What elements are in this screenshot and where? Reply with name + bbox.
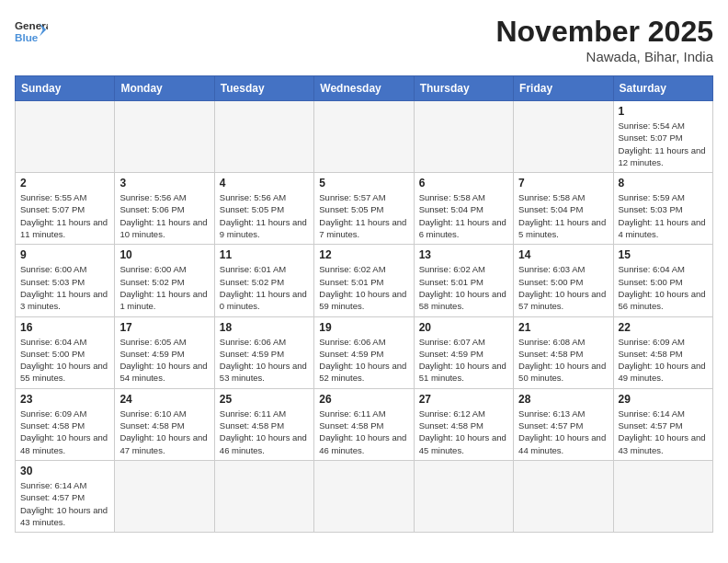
calendar-day-cell: 22Sunrise: 6:09 AM Sunset: 4:58 PM Dayli… xyxy=(613,316,712,388)
title-block: November 2025 Nawada, Bihar, India xyxy=(495,15,713,64)
calendar-day-cell: 11Sunrise: 6:01 AM Sunset: 5:02 PM Dayli… xyxy=(214,245,313,316)
logo-icon: General Blue xyxy=(15,15,48,48)
calendar-week-row: 16Sunrise: 6:04 AM Sunset: 5:00 PM Dayli… xyxy=(16,316,713,388)
day-number: 13 xyxy=(419,248,508,261)
calendar-day-cell: 14Sunrise: 6:03 AM Sunset: 5:00 PM Dayli… xyxy=(514,245,613,316)
day-info: Sunrise: 6:04 AM Sunset: 5:00 PM Dayligh… xyxy=(619,263,708,312)
calendar-day-cell xyxy=(115,460,214,532)
calendar-day-cell: 8Sunrise: 5:59 AM Sunset: 5:03 PM Daylig… xyxy=(613,173,712,245)
day-info: Sunrise: 5:57 AM Sunset: 5:05 PM Dayligh… xyxy=(319,191,408,240)
day-info: Sunrise: 6:03 AM Sunset: 5:00 PM Dayligh… xyxy=(518,263,608,312)
calendar-day-cell xyxy=(514,101,613,173)
day-number: 7 xyxy=(518,177,608,190)
calendar-day-cell xyxy=(514,460,613,532)
calendar-day-cell: 20Sunrise: 6:07 AM Sunset: 4:59 PM Dayli… xyxy=(414,316,513,388)
day-number: 8 xyxy=(619,177,708,190)
logo: General Blue xyxy=(15,15,48,48)
day-number: 21 xyxy=(518,321,608,334)
day-number: 25 xyxy=(220,393,309,406)
calendar-day-cell xyxy=(16,101,115,173)
page-header: General Blue November 2025 Nawada, Bihar… xyxy=(15,15,713,64)
day-number: 10 xyxy=(119,248,209,261)
calendar-day-cell xyxy=(314,101,414,173)
day-number: 12 xyxy=(319,248,408,261)
day-number: 15 xyxy=(619,248,708,261)
calendar-day-cell: 7Sunrise: 5:58 AM Sunset: 5:04 PM Daylig… xyxy=(514,173,613,245)
svg-text:Blue: Blue xyxy=(15,31,39,43)
day-number: 27 xyxy=(419,393,508,406)
day-info: Sunrise: 6:11 AM Sunset: 4:58 PM Dayligh… xyxy=(220,408,309,456)
day-info: Sunrise: 5:54 AM Sunset: 5:07 PM Dayligh… xyxy=(619,120,708,168)
calendar-day-cell xyxy=(115,101,214,173)
calendar-day-cell: 3Sunrise: 5:56 AM Sunset: 5:06 PM Daylig… xyxy=(115,173,214,245)
day-number: 26 xyxy=(319,393,408,406)
calendar-day-cell: 9Sunrise: 6:00 AM Sunset: 5:03 PM Daylig… xyxy=(16,245,115,316)
calendar-day-cell: 12Sunrise: 6:02 AM Sunset: 5:01 PM Dayli… xyxy=(314,245,414,316)
calendar-day-cell xyxy=(214,460,313,532)
calendar-day-cell: 29Sunrise: 6:14 AM Sunset: 4:57 PM Dayli… xyxy=(613,388,712,460)
calendar-week-row: 1Sunrise: 5:54 AM Sunset: 5:07 PM Daylig… xyxy=(16,101,713,173)
calendar-week-row: 30Sunrise: 6:14 AM Sunset: 4:57 PM Dayli… xyxy=(16,460,713,532)
calendar-day-cell: 18Sunrise: 6:06 AM Sunset: 4:59 PM Dayli… xyxy=(214,316,313,388)
calendar-day-cell: 13Sunrise: 6:02 AM Sunset: 5:01 PM Dayli… xyxy=(414,245,513,316)
day-number: 6 xyxy=(419,177,508,190)
day-number: 1 xyxy=(619,105,708,118)
day-info: Sunrise: 6:02 AM Sunset: 5:01 PM Dayligh… xyxy=(419,263,508,312)
day-info: Sunrise: 5:55 AM Sunset: 5:07 PM Dayligh… xyxy=(20,191,109,240)
calendar-day-cell xyxy=(214,101,313,173)
calendar-day-cell: 4Sunrise: 5:56 AM Sunset: 5:05 PM Daylig… xyxy=(214,173,313,245)
calendar-day-cell xyxy=(414,101,513,173)
day-info: Sunrise: 6:11 AM Sunset: 4:58 PM Dayligh… xyxy=(319,408,408,456)
day-number: 9 xyxy=(20,248,109,261)
day-number: 3 xyxy=(119,177,209,190)
calendar-day-cell: 6Sunrise: 5:58 AM Sunset: 5:04 PM Daylig… xyxy=(414,173,513,245)
month-title: November 2025 xyxy=(495,15,713,49)
calendar-day-cell: 1Sunrise: 5:54 AM Sunset: 5:07 PM Daylig… xyxy=(613,101,712,173)
day-number: 19 xyxy=(319,321,408,334)
calendar-week-row: 9Sunrise: 6:00 AM Sunset: 5:03 PM Daylig… xyxy=(16,245,713,316)
calendar-day-cell: 16Sunrise: 6:04 AM Sunset: 5:00 PM Dayli… xyxy=(16,316,115,388)
day-number: 23 xyxy=(20,393,109,406)
day-info: Sunrise: 6:13 AM Sunset: 4:57 PM Dayligh… xyxy=(518,408,608,456)
day-info: Sunrise: 5:58 AM Sunset: 5:04 PM Dayligh… xyxy=(518,191,608,240)
calendar-day-cell xyxy=(414,460,513,532)
day-info: Sunrise: 6:06 AM Sunset: 4:59 PM Dayligh… xyxy=(319,336,408,385)
day-number: 22 xyxy=(619,321,708,334)
calendar-day-cell: 26Sunrise: 6:11 AM Sunset: 4:58 PM Dayli… xyxy=(314,388,414,460)
calendar-day-cell: 17Sunrise: 6:05 AM Sunset: 4:59 PM Dayli… xyxy=(115,316,214,388)
header-sunday: Sunday xyxy=(16,76,115,101)
day-info: Sunrise: 6:14 AM Sunset: 4:57 PM Dayligh… xyxy=(619,408,708,456)
calendar-day-cell: 19Sunrise: 6:06 AM Sunset: 4:59 PM Dayli… xyxy=(314,316,414,388)
calendar-day-cell: 23Sunrise: 6:09 AM Sunset: 4:58 PM Dayli… xyxy=(16,388,115,460)
calendar-day-cell: 10Sunrise: 6:00 AM Sunset: 5:02 PM Dayli… xyxy=(115,245,214,316)
calendar-day-cell: 24Sunrise: 6:10 AM Sunset: 4:58 PM Dayli… xyxy=(115,388,214,460)
calendar-day-cell: 21Sunrise: 6:08 AM Sunset: 4:58 PM Dayli… xyxy=(514,316,613,388)
day-info: Sunrise: 6:12 AM Sunset: 4:58 PM Dayligh… xyxy=(419,408,508,456)
day-info: Sunrise: 6:05 AM Sunset: 4:59 PM Dayligh… xyxy=(119,336,209,385)
day-number: 18 xyxy=(220,321,309,334)
location-subtitle: Nawada, Bihar, India xyxy=(495,49,713,64)
day-info: Sunrise: 6:00 AM Sunset: 5:02 PM Dayligh… xyxy=(119,263,209,312)
day-info: Sunrise: 5:56 AM Sunset: 5:06 PM Dayligh… xyxy=(119,191,209,240)
day-info: Sunrise: 5:56 AM Sunset: 5:05 PM Dayligh… xyxy=(220,191,309,240)
header-friday: Friday xyxy=(514,76,613,101)
day-info: Sunrise: 6:09 AM Sunset: 4:58 PM Dayligh… xyxy=(619,336,708,385)
day-number: 2 xyxy=(20,177,109,190)
header-saturday: Saturday xyxy=(613,76,712,101)
header-tuesday: Tuesday xyxy=(214,76,313,101)
day-info: Sunrise: 6:08 AM Sunset: 4:58 PM Dayligh… xyxy=(518,336,608,385)
day-info: Sunrise: 6:00 AM Sunset: 5:03 PM Dayligh… xyxy=(20,263,109,312)
day-info: Sunrise: 5:59 AM Sunset: 5:03 PM Dayligh… xyxy=(619,191,708,240)
day-number: 11 xyxy=(220,248,309,261)
day-number: 30 xyxy=(20,465,109,477)
day-info: Sunrise: 6:02 AM Sunset: 5:01 PM Dayligh… xyxy=(319,263,408,312)
calendar-day-cell xyxy=(613,460,712,532)
header-thursday: Thursday xyxy=(414,76,513,101)
header-wednesday: Wednesday xyxy=(314,76,414,101)
day-number: 29 xyxy=(619,393,708,406)
day-info: Sunrise: 6:14 AM Sunset: 4:57 PM Dayligh… xyxy=(20,479,109,528)
day-number: 17 xyxy=(119,321,209,334)
calendar-day-cell: 25Sunrise: 6:11 AM Sunset: 4:58 PM Dayli… xyxy=(214,388,313,460)
day-number: 4 xyxy=(220,177,309,190)
calendar-day-cell: 5Sunrise: 5:57 AM Sunset: 5:05 PM Daylig… xyxy=(314,173,414,245)
